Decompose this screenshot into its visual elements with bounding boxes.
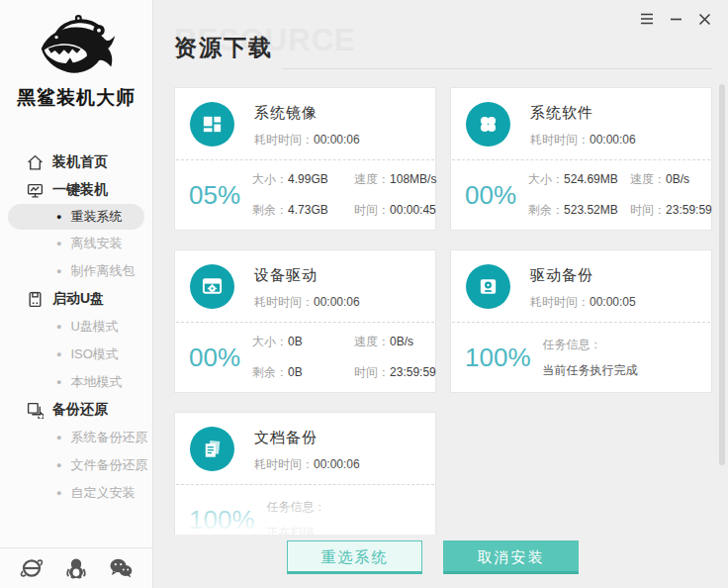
progress-percent: 00% bbox=[189, 343, 240, 373]
app-logo: 黑鲨装机大师 bbox=[0, 0, 152, 148]
progress-percent: 100% bbox=[465, 343, 531, 373]
sidebar-item-offline-install[interactable]: ● 离线安装 bbox=[0, 230, 152, 257]
progress-percent: 00% bbox=[465, 180, 516, 211]
elapsed-time: 耗时时间：00:00:06 bbox=[530, 132, 636, 148]
sidebar-item-label: 装机首页 bbox=[52, 153, 108, 171]
card-title: 设备驱动 bbox=[254, 266, 360, 285]
task-status: 当前任务执行完成 bbox=[543, 363, 638, 377]
stat-time: 时间：23:59:59 bbox=[630, 202, 712, 219]
progress-percent: 05% bbox=[189, 180, 240, 211]
elapsed-time: 耗时时间：00:00:06 bbox=[254, 294, 360, 311]
card-title: 系统镜像 bbox=[254, 104, 360, 123]
task-info: 任务信息： 当前任务执行完成 bbox=[543, 337, 638, 379]
card-title: 文档备份 bbox=[254, 429, 360, 447]
bullet-icon: ● bbox=[56, 323, 61, 332]
card-title: 系统软件 bbox=[530, 104, 636, 123]
stat-speed: 速度：0B/s bbox=[630, 171, 712, 188]
stat-time: 时间：00:00:45 bbox=[354, 202, 436, 219]
page-title: 资源下载 bbox=[174, 33, 273, 63]
sidebar-item-label: 自定义安装 bbox=[70, 484, 135, 502]
sidebar-menu: 装机首页 一键装机 ● 重装系统 ● 离线安装 bbox=[0, 148, 152, 507]
sidebar: 黑鲨装机大师 装机首页 一键装机 bbox=[0, 0, 153, 588]
card-document-backup: 文档备份 耗时时间：00:00:06 100% 任务信息： 正在扫描 bbox=[174, 412, 436, 535]
task-status: 正在扫描 bbox=[267, 526, 315, 536]
app-window: 黑鲨装机大师 装机首页 一键装机 bbox=[0, 0, 728, 588]
bullet-icon: ● bbox=[56, 378, 61, 387]
qq-icon[interactable] bbox=[65, 557, 87, 579]
elapsed-time: 耗时时间：00:00:06 bbox=[254, 456, 360, 473]
stat-remaining: 剩余：523.52MB bbox=[528, 202, 624, 219]
page-header: RESOURCE 资源下载 bbox=[174, 0, 712, 87]
drive-backup-icon bbox=[466, 264, 510, 309]
task-info: 任务信息： 正在扫描 bbox=[267, 499, 326, 536]
footer-actions: 重选系统 取消安装 bbox=[153, 540, 712, 574]
bullet-icon: ● bbox=[56, 461, 61, 470]
stat-remaining: 剩余：4.73GB bbox=[252, 202, 348, 219]
bullet-icon: ● bbox=[56, 434, 61, 442]
stat-size: 大小：4.99GB bbox=[252, 171, 348, 188]
apps-icon bbox=[466, 102, 510, 147]
usb-disk-icon bbox=[27, 291, 44, 308]
sidebar-item-label: U盘模式 bbox=[70, 318, 118, 336]
sidebar-item-file-backup-restore[interactable]: ● 文件备份还原 bbox=[0, 451, 152, 479]
progress-percent: 100% bbox=[189, 505, 255, 536]
sidebar-item-label: 启动U盘 bbox=[52, 290, 104, 308]
card-driver-backup: 驱动备份 耗时时间：00:00:05 100% 任务信息： 当前任务执行完成 bbox=[450, 249, 712, 393]
card-device-driver: 设备驱动 耗时时间：00:00:06 00% 大小：0B 速度：0B/s 剩余：… bbox=[174, 249, 436, 393]
stat-size: 大小：524.69MB bbox=[528, 171, 624, 188]
backup-restore-icon bbox=[27, 402, 44, 419]
windows-icon bbox=[190, 102, 234, 147]
bullet-icon: ● bbox=[56, 240, 61, 248]
stat-speed: 速度：0B/s bbox=[354, 334, 436, 350]
device-driver-icon bbox=[190, 264, 234, 309]
bullet-icon: ● bbox=[56, 213, 61, 222]
home-icon bbox=[27, 154, 44, 171]
wechat-icon[interactable] bbox=[109, 557, 133, 579]
reselect-system-button[interactable]: 重选系统 bbox=[287, 540, 422, 574]
sidebar-item-make-offline-pack[interactable]: ● 制作离线包 bbox=[0, 257, 152, 285]
app-name: 黑鲨装机大师 bbox=[0, 85, 152, 111]
sidebar-item-custom-install[interactable]: ● 自定义安装 bbox=[0, 479, 152, 507]
scrollbar[interactable] bbox=[719, 84, 725, 465]
cancel-install-button[interactable]: 取消安装 bbox=[443, 540, 579, 574]
ie-browser-icon[interactable] bbox=[20, 557, 44, 579]
card-system-software: 系统软件 耗时时间：00:00:06 00% 大小：524.69MB 速度：0B… bbox=[450, 87, 712, 231]
sidebar-item-label: 制作离线包 bbox=[70, 262, 135, 280]
elapsed-time: 耗时时间：00:00:06 bbox=[254, 132, 360, 148]
sidebar-item-label: 重装系统 bbox=[70, 208, 122, 226]
card-title: 驱动备份 bbox=[530, 266, 636, 285]
bullet-icon: ● bbox=[56, 489, 61, 498]
sidebar-item-reinstall-system[interactable]: ● 重装系统 bbox=[8, 204, 144, 230]
stat-remaining: 剩余：0B bbox=[252, 364, 348, 381]
bullet-icon: ● bbox=[56, 350, 61, 359]
sidebar-item-label: 一键装机 bbox=[52, 181, 108, 199]
stat-time: 时间：23:59:59 bbox=[354, 364, 436, 381]
shark-logo-icon bbox=[0, 8, 152, 83]
sidebar-footer bbox=[0, 547, 152, 588]
download-cards-area: 系统镜像 耗时时间：00:00:06 05% 大小：4.99GB 速度：108M… bbox=[174, 87, 712, 535]
sidebar-item-local-mode[interactable]: ● 本地模式 bbox=[0, 368, 152, 396]
stat-speed: 速度：108MB/s bbox=[354, 171, 436, 188]
card-system-image: 系统镜像 耗时时间：00:00:06 05% 大小：4.99GB 速度：108M… bbox=[174, 87, 436, 231]
sidebar-item-label: 备份还原 bbox=[52, 401, 108, 419]
sidebar-item-label: 文件备份还原 bbox=[70, 456, 147, 474]
main-panel: RESOURCE 资源下载 bbox=[153, 0, 728, 588]
sidebar-item-boot-usb[interactable]: 启动U盘 bbox=[0, 285, 152, 313]
sidebar-item-backup-restore[interactable]: 备份还原 bbox=[0, 396, 152, 424]
one-key-monitor-icon bbox=[27, 182, 44, 199]
elapsed-time: 耗时时间：00:00:05 bbox=[530, 294, 636, 311]
title-underline bbox=[283, 68, 712, 69]
sidebar-item-iso-mode[interactable]: ● ISO模式 bbox=[0, 341, 152, 368]
document-icon bbox=[190, 427, 234, 471]
sidebar-item-label: ISO模式 bbox=[70, 345, 118, 363]
sidebar-item-home[interactable]: 装机首页 bbox=[0, 148, 152, 176]
sidebar-item-label: 离线安装 bbox=[70, 235, 122, 252]
sidebar-item-label: 系统备份还原 bbox=[70, 429, 147, 446]
stat-size: 大小：0B bbox=[252, 334, 348, 350]
sidebar-item-system-backup-restore[interactable]: ● 系统备份还原 bbox=[0, 424, 152, 451]
bullet-icon: ● bbox=[56, 267, 61, 276]
sidebar-item-usb-mode[interactable]: ● U盘模式 bbox=[0, 313, 152, 341]
sidebar-item-label: 本地模式 bbox=[70, 373, 122, 391]
sidebar-item-one-key[interactable]: 一键装机 bbox=[0, 176, 152, 204]
